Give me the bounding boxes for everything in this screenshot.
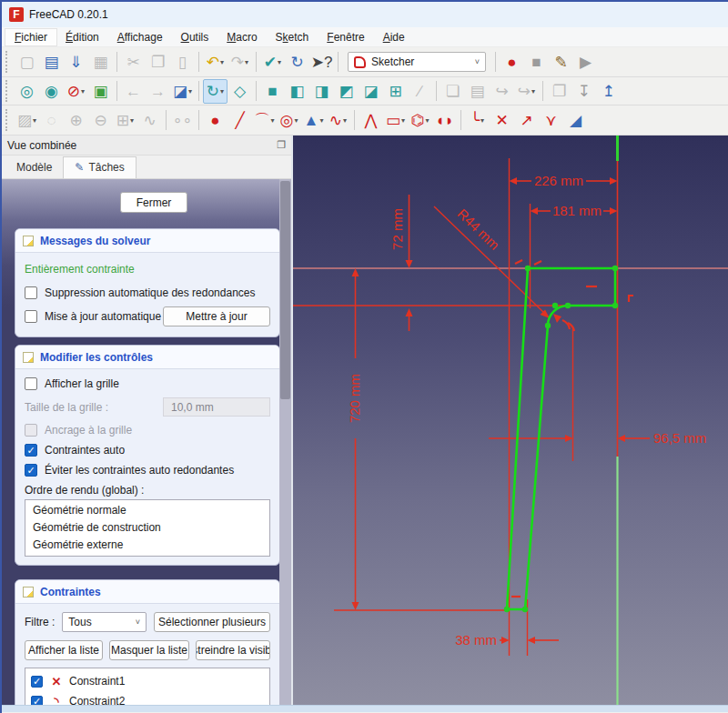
constraint-visibility-checkbox[interactable] <box>31 676 43 688</box>
restrict-visibility-button[interactable]: Restreindre la visibilité <box>196 640 270 660</box>
bspline-increase-degree-icon: ⊞ <box>116 113 129 128</box>
create-slot-icon[interactable]: ◖◗ <box>432 108 457 133</box>
toolbar-drag-handle[interactable] <box>5 80 11 102</box>
float-panel-icon[interactable]: ❐ <box>277 139 286 151</box>
undo-icon[interactable]: ↶▾ <box>203 50 228 75</box>
create-slot-icon: ◖◗ <box>435 113 454 128</box>
split-edge-icon[interactable]: ⋎ <box>539 108 563 133</box>
sketch-canvas[interactable]: 226 mm 181 mm 72 mm <box>293 136 728 705</box>
extend-edge-icon[interactable]: ↗ <box>514 108 539 133</box>
show-list-button[interactable]: Afficher la liste <box>25 640 103 660</box>
whats-this-icon[interactable]: ➤? <box>309 50 334 75</box>
copy-icon: ❐ <box>151 55 165 70</box>
create-point-icon[interactable]: ● <box>203 108 228 133</box>
auto-update-checkbox[interactable] <box>25 310 37 323</box>
nav-back-icon: ← <box>126 84 141 99</box>
menu-edition[interactable]: Édition <box>56 29 108 45</box>
sync-view-icon[interactable]: ↻▾ <box>203 79 228 104</box>
workbench-selector[interactable]: Sketcher˅ <box>348 52 486 72</box>
home-view-icon[interactable]: ◪▾ <box>170 79 195 104</box>
macro-edit-icon[interactable]: ✎ <box>549 50 573 75</box>
rear-view-icon[interactable]: ◩ <box>334 79 359 104</box>
right-view-icon[interactable]: ◨ <box>309 79 334 104</box>
close-task-button[interactable]: Fermer <box>120 192 187 213</box>
macro-stop-icon[interactable]: ■ <box>524 50 549 75</box>
dim-label-226[interactable]: 226 mm <box>534 173 583 188</box>
solver-messages-header[interactable]: Messages du solveur <box>15 229 279 253</box>
render-order-item[interactable]: Géométrie normale <box>25 502 269 519</box>
dim-label-72[interactable]: 72 mm <box>389 208 405 250</box>
fit-all-icon[interactable]: ◎ <box>15 79 39 104</box>
fillet-icon[interactable]: ╰▾ <box>465 108 490 133</box>
tab-taches[interactable]: ✎ Tâches <box>63 156 136 178</box>
box-element-select-icon[interactable]: ▣ <box>88 79 113 104</box>
update-button[interactable]: Mettre à jour <box>163 306 270 326</box>
extension-lines <box>293 158 573 656</box>
edit-controls-header[interactable]: Modifier les contrôles <box>15 346 279 369</box>
toolbar-drag-handle[interactable] <box>5 109 11 131</box>
render-order-item[interactable]: Géométrie de construction <box>25 519 269 537</box>
macro-record-icon: ● <box>507 55 516 70</box>
dim-label-38[interactable]: 38 mm <box>455 632 497 648</box>
menu-outils[interactable]: Outils <box>172 29 218 45</box>
validate-sketch-icon[interactable]: ✔▾ <box>260 50 285 75</box>
tasks-scrollbar-thumb[interactable] <box>280 181 290 399</box>
dim-label-r44[interactable]: R44 mm <box>455 206 503 253</box>
constraints-list[interactable]: ✕Constraint1◝Constraint2✕Constraint3 <box>25 668 270 705</box>
tasks-panel: Fermer Messages du solveur Entièrement c… <box>2 179 291 705</box>
menu-fichier[interactable]: Fichier <box>5 29 56 45</box>
export-icon[interactable]: ↥ <box>596 79 621 104</box>
macro-play-icon[interactable]: ▶ <box>573 50 598 75</box>
left-view-icon[interactable]: ⊞ <box>383 79 408 104</box>
create-line-icon[interactable]: ╱ <box>228 108 252 133</box>
toolbar-sketcher: ▨▾◌⊕⊖⊞▾∿∘∘●╱⌒▾◎▾▲▾∿▾⋀▭▾⌬▾◖◗╰▾✕↗⋎◢ <box>2 105 728 136</box>
bottom-view-icon[interactable]: ◪ <box>359 79 383 104</box>
3d-viewport[interactable]: 226 mm 181 mm 72 mm <box>293 136 728 705</box>
create-bspline-icon[interactable]: ∿▾ <box>326 108 350 133</box>
auto-remove-redundants-checkbox[interactable] <box>25 286 37 299</box>
edit-sketch-icon: ▨ <box>17 113 32 128</box>
filter-select[interactable]: Tous ˅ <box>62 612 147 632</box>
external-geometry-icon[interactable]: ◢ <box>563 108 588 133</box>
constraint-row[interactable]: ◝Constraint2 <box>25 691 269 705</box>
top-view-icon[interactable]: ◧ <box>285 79 309 104</box>
toolbar-drag-handle[interactable] <box>5 51 11 73</box>
dim-label-181[interactable]: 181 mm <box>552 203 602 218</box>
create-rectangle-icon[interactable]: ▭▾ <box>383 108 408 133</box>
show-grid-checkbox[interactable] <box>25 377 37 390</box>
menu-aide[interactable]: Aide <box>374 29 414 45</box>
dim-label-96[interactable]: 96,5 mm <box>653 430 706 446</box>
create-polygon-icon[interactable]: ⌬▾ <box>408 108 432 133</box>
dim-label-720[interactable]: 720 mm <box>347 374 362 423</box>
trim-edge-icon[interactable]: ✕ <box>490 108 514 133</box>
create-arc-icon[interactable]: ⌒▾ <box>252 108 277 133</box>
save-icon[interactable]: ⇓ <box>64 50 88 75</box>
render-order-list[interactable]: Géométrie normaleGéométrie de constructi… <box>25 499 270 557</box>
auto-constraints-checkbox[interactable] <box>25 444 37 457</box>
hide-list-button[interactable]: Masquer la liste <box>109 640 189 660</box>
constraints-header[interactable]: Contraintes <box>15 580 279 604</box>
render-order-item[interactable]: Géométrie externe <box>25 537 269 554</box>
constraint-visibility-checkbox[interactable] <box>31 696 43 706</box>
import-icon[interactable]: ↧ <box>571 79 596 104</box>
bspline-info-icon: ◌ <box>39 108 64 133</box>
create-conic-icon[interactable]: ▲▾ <box>301 108 326 133</box>
create-polyline-icon[interactable]: ⋀ <box>359 108 383 133</box>
refresh-icon[interactable]: ↻ <box>285 50 309 75</box>
menu-sketch[interactable]: Sketch <box>267 29 318 45</box>
select-multiple-button[interactable]: Sélectionner plusieurs <box>154 612 270 632</box>
tasks-scrollbar[interactable] <box>279 179 291 705</box>
draw-style-icon[interactable]: ⊘▾ <box>64 79 88 104</box>
avoid-redundant-checkbox[interactable] <box>25 464 37 477</box>
open-file-icon[interactable]: ▤ <box>39 50 64 75</box>
axonometric-view-icon[interactable]: ◇ <box>228 79 252 104</box>
front-view-icon[interactable]: ■ <box>260 79 285 104</box>
tab-modele[interactable]: Modèle <box>5 157 63 178</box>
constraint-row[interactable]: ✕Constraint1 <box>25 671 269 691</box>
fit-selection-icon[interactable]: ◉ <box>39 79 64 104</box>
macro-record-icon[interactable]: ● <box>500 50 524 75</box>
menu-fenetre[interactable]: Fenêtre <box>318 29 373 45</box>
create-circle-icon[interactable]: ◎▾ <box>277 108 301 133</box>
menu-macro[interactable]: Macro <box>217 29 266 45</box>
menu-affichage[interactable]: Affichage <box>108 29 172 45</box>
